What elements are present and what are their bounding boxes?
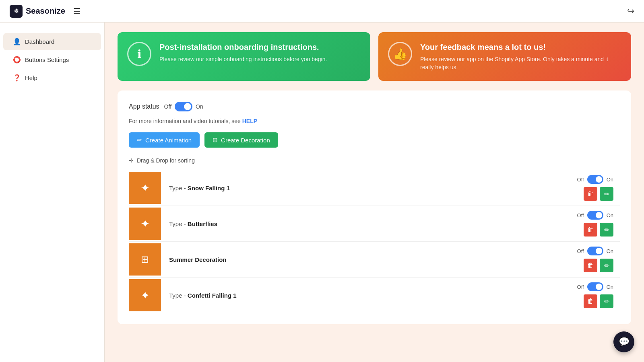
sidebar-label-buttons-settings: Buttons Settings <box>25 56 69 63</box>
edit-button-butterflies[interactable]: ✏ <box>600 223 613 237</box>
main-content: ℹ Post-installation onboarding instructi… <box>105 23 644 362</box>
item-action-btns-snow: 🗑 ✏ <box>584 187 613 201</box>
dashboard-section: App status Off On For more information a… <box>118 90 631 324</box>
logout-icon[interactable]: ↪ <box>627 6 634 16</box>
item-actions-butterflies: Off On 🗑 ✏ <box>571 206 620 241</box>
onboarding-content: Post-installation onboarding instruction… <box>159 42 327 64</box>
item-thumb-summer: ⊞ <box>129 243 161 276</box>
app-status-row: App status Off On <box>129 102 620 111</box>
create-decoration-button[interactable]: ⊞ Create Decoration <box>204 132 278 148</box>
sidebar-label-dashboard: Dashboard <box>25 38 54 45</box>
item-toggle-row-summer: Off On <box>577 247 613 255</box>
create-animation-button[interactable]: ✏ Create Animation <box>129 132 200 148</box>
item-content-confetti: Type - Confetti Falling 1 <box>161 292 571 299</box>
feedback-icon: 👍 <box>388 42 412 66</box>
decoration-icon: ⊞ <box>141 254 149 265</box>
app-status-label: App status <box>129 103 159 110</box>
help-link[interactable]: HELP <box>242 118 257 124</box>
create-animation-icon: ✏ <box>137 136 142 144</box>
table-row: ✦ Type - Butterflies Off On 🗑 <box>129 206 620 242</box>
buttons-settings-icon: ⭕ <box>13 56 21 64</box>
delete-button-summer[interactable]: 🗑 <box>584 259 597 272</box>
magic-wand-icon: ✦ <box>140 289 150 302</box>
trash-icon: 🗑 <box>587 262 594 269</box>
item-thumb-butterflies: ✦ <box>129 208 161 240</box>
magic-wand-icon: ✦ <box>140 217 150 230</box>
sidebar: 👤 Dashboard ⭕ Buttons Settings ❓ Help <box>0 23 105 362</box>
item-toggle-summer[interactable] <box>587 247 603 255</box>
edit-button-confetti[interactable]: ✏ <box>600 294 613 308</box>
feedback-title: Your feedback means a lot to us! <box>420 42 621 52</box>
create-decoration-icon: ⊞ <box>213 136 218 144</box>
table-row: ✦ Type - Confetti Falling 1 Off On <box>129 278 620 313</box>
pencil-icon: ✏ <box>604 298 609 305</box>
chat-bubble[interactable]: 💬 <box>613 331 634 352</box>
item-toggle-snow[interactable] <box>587 175 603 184</box>
pencil-icon: ✏ <box>604 262 609 269</box>
item-actions-summer: Off On 🗑 ✏ <box>571 242 620 277</box>
item-thumb-confetti: ✦ <box>129 279 161 311</box>
sidebar-label-help: Help <box>25 74 37 81</box>
hamburger-button[interactable]: ☰ <box>72 5 82 18</box>
action-buttons: ✏ Create Animation ⊞ Create Decoration <box>129 132 620 148</box>
chat-icon: 💬 <box>619 337 630 347</box>
table-row: ⊞ Summer Decoration Off On 🗑 <box>129 242 620 278</box>
app-status-toggle[interactable] <box>175 102 192 111</box>
edit-button-summer[interactable]: ✏ <box>600 259 613 272</box>
table-row: ✦ Type - Snow Falling 1 Off On <box>129 170 620 206</box>
onboarding-icon: ℹ <box>127 42 151 66</box>
delete-button-butterflies[interactable]: 🗑 <box>584 223 597 237</box>
off-label: Off <box>164 103 171 110</box>
item-toggle-row-butterflies: Off On <box>577 211 613 220</box>
onboarding-title: Post-installation onboarding instruction… <box>159 42 327 52</box>
on-label: On <box>196 103 203 110</box>
drag-icon: ✛ <box>129 157 134 164</box>
item-toggle-row-confetti: Off On <box>577 282 613 291</box>
onboarding-description: Please review our simple onboarding inst… <box>159 56 327 64</box>
logo: ❄ Seasonize <box>10 5 65 18</box>
item-actions-snow: Off On 🗑 ✏ <box>571 170 620 206</box>
info-text: For more information and video tutorials… <box>129 118 620 124</box>
items-list: ✦ Type - Snow Falling 1 Off On <box>129 170 620 313</box>
item-action-btns-confetti: 🗑 ✏ <box>584 294 613 308</box>
logo-icon: ❄ <box>10 5 23 18</box>
pencil-icon: ✏ <box>604 190 609 198</box>
magic-wand-icon: ✦ <box>140 181 150 195</box>
delete-button-snow[interactable]: 🗑 <box>584 187 597 201</box>
app-layout: 👤 Dashboard ⭕ Buttons Settings ❓ Help ℹ … <box>0 23 644 362</box>
item-action-btns-butterflies: 🗑 ✏ <box>584 223 613 237</box>
item-toggle-confetti[interactable] <box>587 282 603 291</box>
onboarding-banner[interactable]: ℹ Post-installation onboarding instructi… <box>118 32 370 81</box>
app-header: ❄ Seasonize ☰ ↪ <box>0 0 644 23</box>
item-content-snow: Type - Snow Falling 1 <box>161 185 571 191</box>
drag-hint: ✛ Drag & Drop for sorting <box>129 157 620 164</box>
dashboard-icon: 👤 <box>13 38 21 45</box>
delete-button-confetti[interactable]: 🗑 <box>584 294 597 308</box>
feedback-description: Please review our app on the Shopify App… <box>420 56 621 71</box>
banners-section: ℹ Post-installation onboarding instructi… <box>118 32 631 81</box>
sidebar-item-buttons-settings[interactable]: ⭕ Buttons Settings <box>3 51 101 68</box>
trash-icon: 🗑 <box>587 226 594 233</box>
item-action-btns-summer: 🗑 ✏ <box>584 259 613 272</box>
trash-icon: 🗑 <box>587 190 594 197</box>
item-toggle-row-snow: Off On <box>577 175 613 184</box>
sidebar-item-dashboard[interactable]: 👤 Dashboard <box>3 33 101 50</box>
item-content-summer: Summer Decoration <box>161 256 571 263</box>
help-icon: ❓ <box>13 74 21 82</box>
item-toggle-butterflies[interactable] <box>587 211 603 220</box>
item-thumb-snow: ✦ <box>129 172 161 204</box>
logo-text: Seasonize <box>26 6 65 16</box>
item-actions-confetti: Off On 🗑 ✏ <box>571 278 620 313</box>
feedback-banner[interactable]: 👍 Your feedback means a lot to us! Pleas… <box>378 32 631 81</box>
header-left: ❄ Seasonize ☰ <box>10 5 82 18</box>
header-right: ↪ <box>627 6 634 16</box>
sidebar-item-help[interactable]: ❓ Help <box>3 69 101 86</box>
item-content-butterflies: Type - Butterflies <box>161 220 571 227</box>
app-status-toggle-group: Off On <box>164 102 203 111</box>
feedback-content: Your feedback means a lot to us! Please … <box>420 42 621 71</box>
trash-icon: 🗑 <box>587 298 594 305</box>
edit-button-snow[interactable]: ✏ <box>600 187 613 201</box>
pencil-icon: ✏ <box>604 226 609 234</box>
